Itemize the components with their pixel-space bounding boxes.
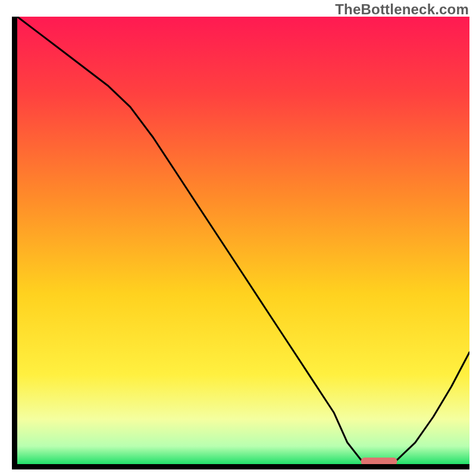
gradient-background [17,17,469,464]
chart-frame: TheBottleneck.com [0,0,476,476]
watermark-text: TheBottleneck.com [335,1,469,18]
plot-svg [17,17,469,464]
plot-area [12,17,469,469]
optimal-range-marker [361,458,397,464]
